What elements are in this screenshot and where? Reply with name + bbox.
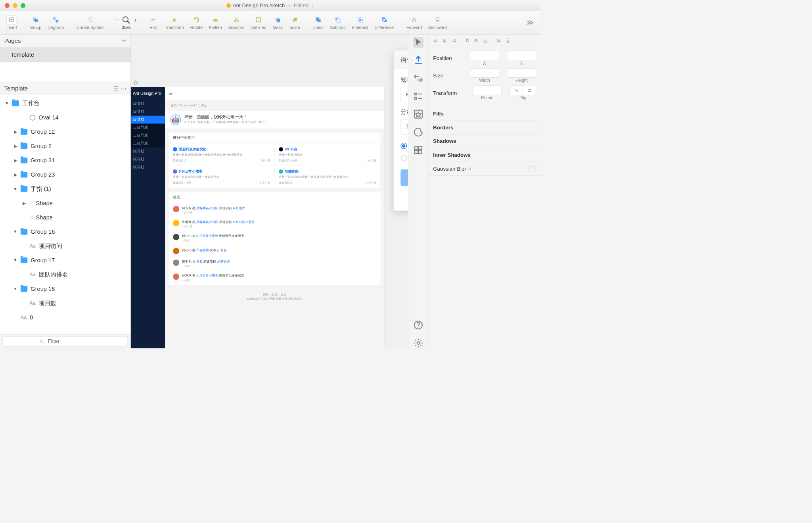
distribute-h-icon[interactable] (495, 37, 503, 45)
layer-row[interactable]: ▼手指 (1) (0, 182, 130, 196)
disclosure-icon[interactable]: ▶ (13, 172, 17, 177)
layer-row[interactable]: ▼Group 18 (0, 282, 130, 296)
align-top-icon[interactable] (463, 37, 471, 45)
layer-row[interactable]: ▼Group 17 (0, 253, 130, 267)
group-select[interactable]: Templates 模板页面 ⌄ (400, 119, 408, 135)
disclosure-icon[interactable]: ▼ (13, 286, 17, 291)
plugin-tab-palette[interactable] (413, 127, 423, 138)
disclosure-icon[interactable]: ▶ (22, 201, 27, 206)
layer-row[interactable]: Aa团队内排名 (0, 267, 130, 282)
ungroup-button[interactable]: Ungroup (46, 14, 66, 31)
layers-grid-view-icon[interactable]: ▭ (121, 85, 126, 92)
layer-row[interactable]: Aa项目数 (0, 296, 130, 310)
svg-rect-56 (498, 40, 500, 41)
disclosure-icon[interactable]: ▼ (13, 258, 17, 263)
distribute-v-icon[interactable] (504, 37, 512, 45)
disclosure-icon[interactable]: ▼ (13, 187, 17, 191)
radio-all-artboards[interactable]: 当前 Page 所有 Artboards（1） (400, 152, 408, 164)
panel-footer-link[interactable]: 当前知识库 › (394, 192, 408, 211)
layer-row[interactable]: ☟Shape (0, 210, 130, 225)
layer-row[interactable]: ▶Group 23 (0, 167, 130, 182)
disclosure-icon[interactable]: ▶ (13, 129, 17, 135)
subtract-button[interactable]: Subtract (328, 14, 348, 31)
plugin-tab-star[interactable] (413, 109, 423, 119)
pos-x-input[interactable] (470, 51, 499, 60)
inner-shadows-section[interactable]: Inner Shadows (428, 148, 541, 162)
layer-row[interactable]: Aa0 (0, 310, 130, 325)
rotate-button[interactable]: Rotate (188, 14, 205, 31)
fills-section[interactable]: Fills (428, 107, 541, 121)
toolbar: Insert Group Ungroup Create Symbol − + 3… (0, 11, 541, 35)
intersect-button[interactable]: Intersect (350, 14, 370, 31)
disclosure-icon[interactable]: ▶ (13, 158, 17, 163)
plugin-tab-help[interactable] (413, 320, 423, 331)
text-icon: Aa (30, 300, 36, 306)
plugin-tab-upload[interactable] (413, 55, 423, 66)
borders-section[interactable]: Borders (428, 121, 541, 135)
disclosure-icon[interactable]: ▼ (13, 229, 17, 234)
align-center-v-icon[interactable] (472, 37, 481, 45)
zoom-out-button[interactable]: − (115, 16, 119, 24)
transform-button[interactable]: Transform (163, 14, 186, 31)
layer-row[interactable]: Oval 14 (0, 110, 130, 125)
plugin-tab-swap[interactable] (413, 73, 423, 84)
outlines-button[interactable]: Outlines (249, 14, 268, 31)
radio-selected-artboards[interactable]: 已选择的 Artboards（0） (400, 140, 408, 152)
align-center-h-icon[interactable] (440, 37, 449, 45)
layer-row[interactable]: ▼工作台 (0, 96, 130, 110)
union-button[interactable]: Union (310, 14, 326, 31)
height-input[interactable] (507, 68, 536, 78)
add-page-button[interactable]: + (122, 37, 126, 45)
layer-row[interactable]: Aa项目访问 (0, 239, 130, 253)
canvas[interactable]: 台 Ant Design Pro 级导航级导航级导航三级导航三级导航三级导航级导… (131, 35, 408, 348)
scale-button[interactable]: Scale (287, 14, 302, 31)
create-symbol-button[interactable]: Create Symbol (75, 14, 107, 31)
mask-button[interactable]: Mask (270, 14, 285, 31)
rotate-input[interactable] (473, 86, 502, 95)
blur-type-dropdown-icon[interactable]: ⇅ (468, 167, 471, 171)
flatten-button[interactable]: Flatten (207, 14, 224, 31)
zoom-control[interactable]: − + 35% (115, 15, 137, 30)
difference-button[interactable]: Difference (372, 14, 396, 31)
group-button[interactable]: Group (27, 14, 43, 31)
insert-button[interactable]: Insert (4, 14, 19, 31)
zoom-in-button[interactable]: + (133, 16, 137, 24)
toolbar-overflow-button[interactable]: ≫ (526, 18, 536, 27)
filter-input[interactable] (3, 336, 128, 346)
plugin-tab-cursor[interactable] (413, 37, 423, 48)
align-bottom-icon[interactable] (481, 37, 489, 45)
shadows-section[interactable]: Shadows (428, 135, 541, 148)
disclosure-icon[interactable]: ▼ (5, 101, 9, 106)
flip-h-button[interactable]: ⇋ (509, 86, 523, 95)
artboard-name-label[interactable]: 台 (133, 79, 138, 87)
backward-button[interactable]: Backward (426, 14, 449, 31)
blur-toggle[interactable] (528, 166, 536, 171)
align-left-icon[interactable] (431, 37, 440, 45)
disclosure-icon[interactable]: ▶ (13, 144, 17, 149)
kb-label: 知识库 (400, 75, 408, 84)
svg-rect-53 (485, 40, 486, 42)
kb-select[interactable]: Kitchen / 测试 ⌄ (400, 87, 408, 102)
forward-button[interactable]: Forward (404, 14, 424, 31)
page-item[interactable]: Template (0, 48, 130, 62)
edit-button[interactable]: Edit (146, 14, 161, 31)
scissors-button[interactable]: Scissors (226, 14, 246, 31)
width-input[interactable] (470, 68, 499, 78)
panel-header[interactable]: 语雀 - Artboard 上传 ▶ (394, 50, 408, 69)
plugin-tab-grid[interactable] (413, 145, 423, 156)
title-chevron-icon[interactable]: ⌄ (311, 3, 314, 8)
plugin-tab-settings[interactable] (413, 338, 423, 348)
artboard[interactable]: Ant Design Pro 级导航级导航级导航三级导航三级导航三级导航级导航级… (131, 87, 384, 348)
layers-list-view-icon[interactable]: ☰ (113, 85, 119, 92)
layer-row[interactable]: ▶Group 31 (0, 153, 130, 167)
layer-row[interactable]: ▼Group 16 (0, 225, 130, 239)
pos-y-input[interactable] (507, 51, 536, 60)
flip-v-button[interactable]: ⇵ (523, 86, 536, 95)
gaussian-blur-section[interactable]: Gaussian Blur ⇅ (428, 162, 541, 176)
plugin-tab-list[interactable] (413, 91, 423, 102)
align-right-icon[interactable] (450, 37, 458, 45)
layer-row[interactable]: ▶Group 12 (0, 125, 130, 139)
upload-button[interactable]: 上 传 (400, 169, 408, 186)
layer-row[interactable]: ▶☟Shape (0, 196, 130, 210)
layer-row[interactable]: ▶Group 2 (0, 139, 130, 153)
